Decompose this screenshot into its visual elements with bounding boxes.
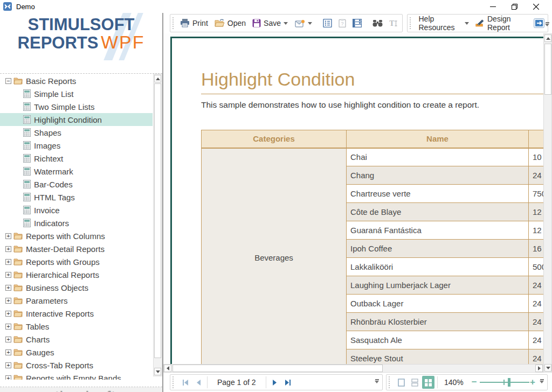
tree-item[interactable]: + Cross-Tab Reports — [0, 359, 153, 372]
tree-item[interactable]: + Business Objects — [0, 281, 153, 294]
tree-item[interactable]: Two Simple Lists — [0, 100, 153, 113]
tree-item[interactable]: Bar-Codes — [0, 178, 153, 191]
tree-expander[interactable]: + — [5, 337, 11, 342]
tree-item[interactable]: Highlight Condition — [0, 113, 153, 126]
save-dropdown-arrow[interactable] — [284, 22, 288, 27]
horizontal-scroll-thumb[interactable] — [172, 365, 383, 372]
tree-expander[interactable]: + — [5, 311, 11, 317]
tree-expander[interactable]: + — [5, 285, 11, 291]
vertical-scroll-thumb[interactable] — [544, 44, 551, 95]
report-preview[interactable]: Highlight Condition This sample demonstr… — [163, 33, 543, 364]
zoom-slider[interactable] — [480, 378, 527, 387]
tree-expander[interactable]: + — [5, 324, 11, 330]
multiple-pages-view-button[interactable] — [422, 376, 434, 389]
nav-overflow-button[interactable] — [373, 377, 381, 387]
report-icon — [23, 180, 31, 188]
close-button[interactable] — [525, 0, 547, 13]
tree-expander[interactable]: + — [5, 272, 11, 278]
scroll-left-button[interactable] — [164, 365, 171, 372]
design-report-button[interactable]: Design Report — [472, 12, 530, 34]
send-dropdown-arrow[interactable] — [308, 22, 312, 27]
print-button[interactable]: Print — [177, 17, 211, 30]
tree-item[interactable]: Simple List — [0, 87, 153, 100]
toolbar-grip[interactable] — [172, 17, 174, 29]
help-resources-button[interactable]: Help Resources — [416, 12, 473, 34]
tree-item[interactable]: HTML Tags — [0, 191, 153, 204]
toolbar-grip[interactable] — [410, 17, 412, 29]
tree-item[interactable]: Images — [0, 139, 153, 152]
single-page-view-button[interactable] — [395, 376, 408, 389]
tree-item[interactable]: − Basic Reports — [0, 74, 153, 87]
tree-item-label: Shapes — [34, 128, 61, 137]
tree-item[interactable]: Richtext — [0, 152, 153, 165]
tree-scrollbar[interactable] — [153, 74, 162, 376]
tree-item-label: Simple List — [34, 89, 73, 99]
tree-expander[interactable]: + — [5, 362, 11, 368]
logo-line1: STIMULSOFT — [0, 16, 162, 33]
tree-item[interactable]: + Master-Detail Reports — [0, 242, 153, 255]
folder-icon — [13, 323, 23, 330]
vertical-scrollbar[interactable] — [543, 33, 552, 373]
open-button[interactable]: Open — [211, 17, 249, 30]
statusbar-grip[interactable] — [389, 376, 391, 388]
zoom-slider-handle[interactable] — [508, 378, 510, 387]
report-description: This sample demonstrates how to use high… — [201, 100, 543, 110]
report-checker-button[interactable]: ? — [335, 17, 349, 30]
tree-item[interactable]: Shapes — [0, 126, 153, 139]
parameters-panel-button[interactable] — [349, 17, 365, 30]
main-toolbar-group: Print Open Save — [170, 14, 403, 32]
tree-expander[interactable]: + — [5, 375, 11, 380]
tree-item[interactable]: Indicators — [0, 216, 153, 229]
send-email-button[interactable] — [291, 17, 315, 30]
first-page-button[interactable] — [178, 379, 192, 387]
tree-item[interactable]: + Parameters — [0, 294, 153, 307]
scroll-down-button[interactable] — [544, 364, 551, 372]
tree-item[interactable]: + Gauges — [0, 346, 153, 359]
page-setup-button[interactable] — [320, 17, 335, 30]
tree-item[interactable]: Invoice — [0, 204, 153, 216]
tree-item[interactable]: + Reports with Empty Bands — [0, 372, 153, 380]
tree-expander[interactable]: + — [5, 246, 11, 252]
report-table: Categories Name BeveragesChai10Chang24Ch… — [201, 130, 543, 364]
clipboard-question-icon: ? — [339, 19, 346, 27]
tree-item[interactable]: + Interactive Reports — [0, 307, 153, 320]
tree-item-label: Business Objects — [26, 283, 88, 292]
table-header-row: Categories Name — [202, 130, 544, 148]
restore-button[interactable] — [503, 0, 525, 13]
statusbar: Page 1 of 2 — [163, 373, 552, 392]
scroll-up-button[interactable] — [544, 34, 551, 42]
previous-page-button[interactable] — [192, 379, 205, 387]
horizontal-scrollbar[interactable] — [163, 364, 543, 373]
tree-expander[interactable]: + — [5, 259, 11, 265]
scroll-right-button[interactable] — [535, 365, 543, 372]
save-button[interactable]: Save — [249, 17, 291, 30]
tree-scroll-up-button[interactable] — [154, 75, 161, 82]
tree-item[interactable]: + Reports with Groups — [0, 255, 153, 268]
tree-expander[interactable]: + — [5, 349, 11, 355]
column-header-clipped — [529, 130, 544, 148]
tree-scroll-thumb[interactable] — [154, 83, 161, 358]
zoom-overflow-button[interactable] — [538, 377, 546, 387]
right-toolbar-overflow-button[interactable] — [543, 20, 551, 30]
find-button[interactable] — [369, 17, 386, 29]
next-page-button[interactable] — [268, 379, 281, 387]
zoom-out-button[interactable]: − — [469, 377, 480, 388]
last-page-button[interactable] — [281, 379, 295, 387]
tree-item[interactable]: + Hierarchical Reports — [0, 268, 153, 281]
statusbar-grip[interactable] — [172, 376, 175, 388]
tree-expander[interactable]: + — [5, 298, 11, 304]
tree-item[interactable]: + Reports with Columns — [0, 229, 153, 242]
tree-expander[interactable]: − — [5, 78, 11, 84]
tree-item[interactable]: + Charts — [0, 333, 153, 346]
save-label: Save — [264, 19, 281, 27]
continuous-view-button[interactable] — [409, 376, 421, 389]
arrow-down-icon — [546, 367, 550, 369]
tree-expander[interactable]: + — [5, 233, 11, 239]
tree-item[interactable]: + Tables — [0, 320, 153, 333]
tree-scroll-down-button[interactable] — [154, 368, 161, 375]
quantity-cell: 750 — [529, 185, 544, 203]
minimize-button[interactable] — [482, 0, 503, 13]
product-name-cell: Lakkalikööri — [347, 258, 529, 276]
tree-item[interactable]: Watermark — [0, 165, 153, 178]
text-select-button[interactable]: T — [386, 17, 402, 30]
